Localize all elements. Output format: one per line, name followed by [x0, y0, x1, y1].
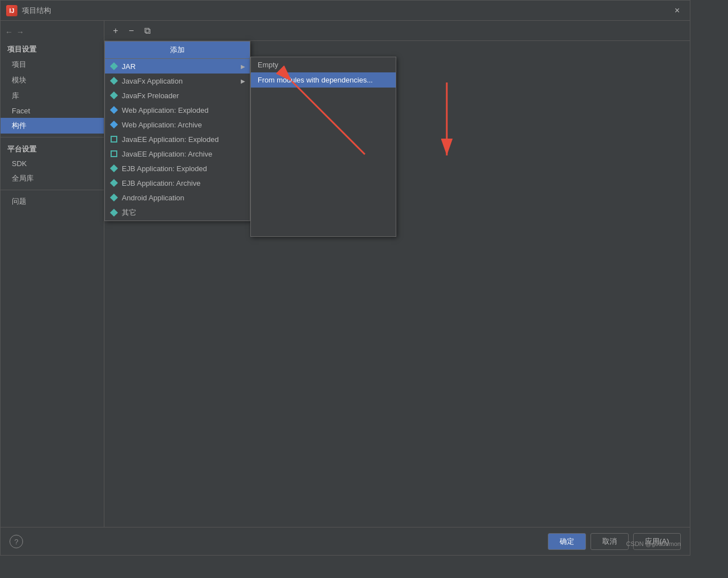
- menu-header: 添加: [105, 42, 250, 59]
- menu-item-web-exploded[interactable]: Web Application: Exploded: [105, 103, 250, 117]
- ejb-archive-icon: [109, 178, 118, 187]
- forward-arrow[interactable]: →: [16, 27, 24, 36]
- dialog-title: 项目结构: [22, 6, 670, 16]
- submenu-item-empty[interactable]: Empty: [251, 57, 396, 72]
- primary-menu: 添加 JAR ▶ JavaFx Application ▶: [104, 41, 250, 221]
- dialog-body: ← → 项目设置 项目 模块 库 Facet 构件 平台设置 SDK: [1, 21, 690, 555]
- bottom-bar: 确定 取消 应用(A): [1, 527, 690, 555]
- menu-item-jar[interactable]: JAR ▶: [105, 59, 250, 74]
- sidebar-item-project[interactable]: 项目: [1, 57, 104, 72]
- javafx-preloader-icon: [109, 91, 118, 100]
- menu-item-web-archive[interactable]: Web Application: Archive: [105, 117, 250, 132]
- menu-item-javaee-exploded[interactable]: JavaEE Application: Exploded: [105, 132, 250, 146]
- dropdown-menu-container: 添加 JAR ▶ JavaFx Application ▶: [104, 41, 396, 221]
- submenu-arrow: ▶: [241, 63, 245, 70]
- android-icon: [109, 193, 118, 202]
- sidebar-item-libraries[interactable]: 库: [1, 88, 104, 104]
- menu-item-android[interactable]: Android Application: [105, 190, 250, 205]
- other-icon: [109, 208, 118, 217]
- menu-item-javafx-preloader[interactable]: JavaFx Preloader: [105, 88, 250, 103]
- sidebar-item-modules[interactable]: 模块: [1, 72, 104, 88]
- javaee-exploded-icon: [109, 135, 118, 144]
- app-icon: IJ: [6, 5, 17, 16]
- add-button[interactable]: +: [109, 24, 122, 38]
- web-archive-icon: [109, 120, 118, 129]
- submenu-arrow-2: ▶: [241, 78, 245, 84]
- title-bar: IJ 项目结构 ×: [1, 1, 690, 21]
- nav-arrows: ← →: [1, 25, 104, 39]
- sidebar-item-problems[interactable]: 问题: [1, 194, 104, 209]
- sidebar-item-global-libraries[interactable]: 全局库: [1, 171, 104, 186]
- close-button[interactable]: ×: [670, 3, 684, 18]
- annotation-arrow: [424, 77, 469, 168]
- cancel-button[interactable]: 取消: [590, 533, 629, 550]
- help-button[interactable]: ?: [10, 535, 23, 548]
- sidebar-divider-2: [1, 190, 104, 190]
- ejb-exploded-icon: [109, 164, 118, 173]
- menu-item-ejb-exploded[interactable]: EJB Application: Exploded: [105, 161, 250, 176]
- remove-button[interactable]: −: [125, 24, 138, 38]
- sidebar-item-sdk[interactable]: SDK: [1, 157, 104, 171]
- submenu: Empty From modules with dependencies...: [250, 57, 396, 237]
- submenu-item-from-modules[interactable]: From modules with dependencies...: [251, 72, 396, 88]
- main-content: + − ⧉ 添加 JAR: [104, 21, 690, 555]
- menu-item-javaee-archive[interactable]: JavaEE Application: Archive: [105, 146, 250, 161]
- sidebar: ← → 项目设置 项目 模块 库 Facet 构件 平台设置 SDK: [1, 21, 104, 555]
- sidebar-divider: [1, 137, 104, 137]
- section-platform-settings: 平台设置: [1, 141, 104, 157]
- sidebar-item-artifacts[interactable]: 构件: [1, 118, 104, 134]
- section-project-settings: 项目设置: [1, 41, 104, 57]
- project-structure-dialog: IJ 项目结构 × ← → 项目设置 项目 模块 库 Facet: [0, 0, 690, 556]
- ok-button[interactable]: 确定: [548, 533, 586, 550]
- watermark: CSDN @goddemon: [626, 540, 681, 547]
- javaee-archive-icon: [109, 149, 118, 158]
- jar-icon: [109, 62, 118, 71]
- javafx-app-icon: [109, 76, 118, 85]
- main-toolbar: + − ⧉: [104, 21, 690, 41]
- sidebar-item-facet[interactable]: Facet: [1, 104, 104, 118]
- menu-item-ejb-archive[interactable]: EJB Application: Archive: [105, 176, 250, 190]
- web-exploded-icon: [109, 105, 118, 114]
- back-arrow[interactable]: ←: [5, 27, 13, 36]
- copy-button[interactable]: ⧉: [140, 24, 154, 38]
- menu-item-javafx-app[interactable]: JavaFx Application ▶: [105, 74, 250, 88]
- menu-item-other[interactable]: 其它: [105, 205, 250, 221]
